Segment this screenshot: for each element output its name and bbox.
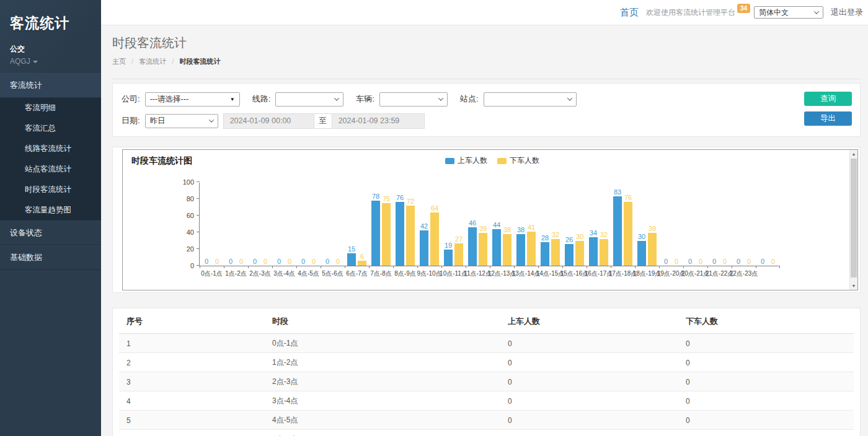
welcome-text: 欢迎使用客流统计管理平台 [646,7,735,18]
bar-wrap: 0 [275,258,283,266]
home-link[interactable]: 首页 [620,7,639,19]
bar-value-label: 76 [396,194,404,201]
bar-wrap: 0 [237,258,246,266]
bar-wrap: 15 [347,245,356,266]
breadcrumb-separator: / [172,58,174,65]
x-axis-label: 1点-2点 [224,269,248,278]
bar-wrap: 46 [468,219,477,266]
bar-value-label: 27 [455,235,463,243]
x-axis-tick [514,266,515,268]
x-axis-tick [635,266,636,268]
bar-value-label: 0 [264,258,267,265]
breadcrumb-separator: / [131,58,133,65]
bar-group: 1927 [441,235,466,266]
station-select[interactable] [484,92,577,107]
bar [541,242,549,266]
sidebar-section-2[interactable]: 基础数据 [0,245,101,270]
export-button[interactable]: 导出 [804,111,852,126]
x-axis-label: 8点-9点 [393,269,417,278]
caret-down-icon [33,61,38,63]
x-axis-label: 19点-20点 [659,269,683,278]
bar-wrap: 0 [250,258,259,266]
company-select[interactable]: ---请选择--- ▼ [145,92,240,107]
bar [503,234,512,266]
bar-wrap: 0 [285,258,294,266]
bar-value-label: 0 [675,258,678,265]
bar-wrap: 0 [734,258,743,266]
sidebar-item-2[interactable]: 线路客流统计 [0,139,101,159]
sidebar-section-0[interactable]: 客流统计 [0,73,101,98]
sidebar-nav: 客流统计客流明细客流汇总线路客流统计站点客流统计时段客流统计客流量趋势图设备状态… [0,73,101,270]
language-select[interactable]: 简体中文 [754,6,823,19]
bar-value-label: 0 [737,258,740,265]
sidebar-item-4[interactable]: 时段客流统计 [0,180,101,200]
logout-link[interactable]: 退出登录 [831,7,863,18]
chart-panel: 时段车流统计图 上车人数下车人数 00000000000015678757672… [112,147,861,293]
table-header-cell: 时段 [265,308,500,334]
sidebar-item-5[interactable]: 客流量趋势图 [0,200,101,220]
sidebar-item-1[interactable]: 客流汇总 [0,118,101,139]
vehicle-select[interactable] [379,92,448,107]
sidebar-section-1[interactable]: 设备状态 [0,220,101,245]
bar-wrap: 0 [309,258,318,266]
line-label: 线路: [252,94,271,105]
legend-item: 下车人数 [497,155,539,166]
bar-value-label: 30 [576,233,583,240]
date-end-input[interactable]: 2024-01-09 23:59 [332,113,425,129]
bar-group: 2630 [562,233,587,266]
sidebar-item-0[interactable]: 客流明细 [0,98,101,118]
bar-group: 00 [756,258,780,266]
scrollbar-thumb[interactable] [851,159,857,277]
org-code-dropdown[interactable]: AQGJ [10,57,91,66]
x-axis-labels: 0点-1点1点-2点2点-3点3点-4点4点-5点5点-6点6点-7点7点-8点… [200,269,780,278]
chart-vertical-scrollbar[interactable]: ▲ ▼ [849,150,857,290]
table-cell: 0 [500,430,678,436]
bar-value-label: 0 [747,258,751,265]
bar-wrap: 76 [396,194,404,266]
x-axis-tick [321,266,321,268]
bar-value-label: 0 [215,258,219,265]
bar-wrap: 64 [430,204,439,266]
sidebar-item-3[interactable]: 站点客流统计 [0,159,101,180]
legend-label: 上车人数 [458,155,487,166]
x-axis-tick [707,266,708,268]
bar-value-label: 34 [590,229,597,237]
x-axis-label: 10点-11点 [441,269,466,278]
x-axis-label: 20点-21点 [683,269,707,278]
table-row: 32点-3点00 [119,372,854,391]
y-axis-tick-label: 40 [187,229,194,236]
bar [454,243,463,266]
bar-value-label: 15 [348,245,355,253]
query-button[interactable]: 查询 [804,92,852,106]
scroll-up-icon[interactable]: ▲ [850,150,857,158]
bar [624,202,632,266]
breadcrumb-home[interactable]: 主页 [112,58,126,65]
x-axis-label: 13点-14点 [514,269,538,278]
scroll-down-icon[interactable]: ▼ [850,282,857,290]
bar [371,201,380,266]
chart-title: 时段车流统计图 [131,155,192,167]
x-axis-tick [779,266,780,268]
bar [637,241,646,266]
sidebar: 客流统计 公交 AQGJ 客流统计客流明细客流汇总线路客流统计站点客流统计时段客… [0,0,101,436]
breadcrumb: 主页 / 客流统计 / 时段客流统计 [112,57,861,66]
date-start-input[interactable]: 2024-01-09 00:00 [223,113,314,129]
bar-wrap: 83 [613,188,622,266]
page-title: 时段客流统计 [112,35,861,51]
date-preset-select[interactable]: 昨日 [145,114,218,128]
bar-group: 8376 [611,188,635,266]
bar-value-label: 28 [541,234,549,242]
sidebar-brand: 客流统计 公交 AQGJ [0,0,101,73]
bar-group: 3039 [635,225,659,266]
table-cell: 0点-1点 [265,334,500,353]
x-axis-tick [369,266,370,268]
bar-value-label: 76 [624,194,632,201]
bar-wrap: 0 [745,258,753,266]
bar-wrap: 41 [527,224,536,266]
line-select[interactable] [275,92,343,107]
breadcrumb-parent[interactable]: 客流统计 [139,58,166,65]
bar-wrap: 0 [334,258,342,266]
bar-wrap: 19 [444,242,453,266]
bar-value-label: 78 [372,193,379,200]
notification-badge[interactable]: 34 [737,4,750,13]
